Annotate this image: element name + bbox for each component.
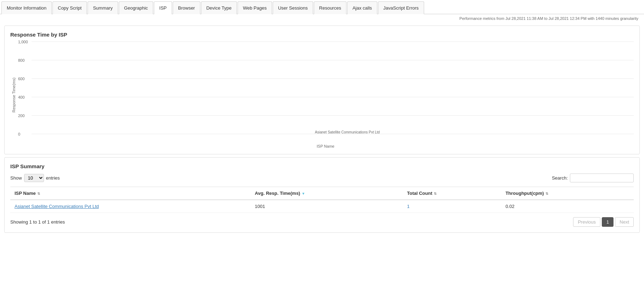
bar-group: Asianet Satellite Communications Pvt Ltd bbox=[322, 129, 343, 134]
y-tick-label: 800 bbox=[18, 58, 24, 62]
tab-summary[interactable]: Summary bbox=[88, 1, 118, 14]
chart-section: Response Time by ISP Response Time(ms) 1… bbox=[4, 26, 640, 154]
tab-isp[interactable]: ISP bbox=[154, 1, 172, 14]
table-row: Asianet Satellite Communications Pvt Ltd… bbox=[10, 200, 634, 213]
search-input[interactable] bbox=[570, 174, 634, 182]
tab-resources[interactable]: Resources bbox=[314, 1, 346, 14]
tab-bar: Monitor InformationCopy ScriptSummaryGeo… bbox=[0, 0, 644, 14]
y-tick-label: 600 bbox=[18, 77, 24, 81]
bar-label: Asianet Satellite Communications Pvt Ltd bbox=[315, 130, 350, 134]
sort-icon-isp-name: ⇅ bbox=[37, 192, 40, 196]
tab-browser[interactable]: Browser bbox=[173, 1, 200, 14]
sort-icon-total-count: ⇅ bbox=[434, 192, 437, 196]
x-axis-label: ISP Name bbox=[317, 144, 334, 148]
y-tick-label: 200 bbox=[18, 114, 24, 118]
avg-resp-time-cell: 1001 bbox=[251, 200, 403, 213]
sort-icon-avg-resp-time: ▼ bbox=[301, 192, 305, 196]
tab-device-type[interactable]: Device Type bbox=[201, 1, 237, 14]
table-controls: Show 102550100 entries Search: bbox=[10, 174, 634, 182]
y-tick-label: 0 bbox=[18, 132, 20, 136]
y-tick-label: 400 bbox=[18, 95, 24, 99]
search-label: Search: bbox=[552, 175, 568, 181]
isp-name-cell[interactable]: Asianet Satellite Communications Pvt Ltd bbox=[10, 200, 251, 213]
y-tick-label: 1,000 bbox=[18, 40, 28, 44]
tab-user-sessions[interactable]: User Sessions bbox=[273, 1, 313, 14]
throughput-cell: 0.02 bbox=[501, 200, 634, 213]
bars-area: Asianet Satellite Communications Pvt Ltd bbox=[32, 42, 634, 134]
tab-ajax-calls[interactable]: Ajax calls bbox=[347, 1, 377, 14]
show-label: Show bbox=[10, 175, 22, 181]
chart-title: Response Time by ISP bbox=[10, 32, 634, 38]
next-button[interactable]: Next bbox=[615, 217, 634, 227]
table-title: ISP Summary bbox=[10, 163, 634, 169]
sort-icon-throughput: ⇅ bbox=[545, 192, 548, 196]
total-count-cell: 1 bbox=[403, 200, 501, 213]
tab-javascript-errors[interactable]: JavaScript Errors bbox=[378, 1, 424, 14]
metrics-info: Performance metrics from Jul 28,2021 11:… bbox=[0, 14, 644, 23]
tab-monitor-information[interactable]: Monitor Information bbox=[1, 1, 52, 14]
th-isp-name[interactable]: ISP Name ⇅ bbox=[10, 187, 251, 200]
footer-text: Showing 1 to 1 of 1 entries bbox=[10, 219, 65, 225]
chart-container: Response Time(ms) 1,0008006004002000 Asi… bbox=[10, 42, 634, 148]
tab-geographic[interactable]: Geographic bbox=[119, 1, 153, 14]
chart-inner: 1,0008006004002000 Asianet Satellite Com… bbox=[17, 42, 634, 148]
page-1-button[interactable]: 1 bbox=[602, 217, 614, 227]
isp-table: ISP Name ⇅Avg. Resp. Time(ms) ▼Total Cou… bbox=[10, 187, 634, 213]
table-body: Asianet Satellite Communications Pvt Ltd… bbox=[10, 200, 634, 213]
entries-label: entries bbox=[46, 175, 60, 181]
table-footer: Showing 1 to 1 of 1 entries Previous 1 N… bbox=[10, 217, 634, 227]
th-throughput[interactable]: Throughput(cpm) ⇅ bbox=[501, 187, 634, 200]
search-box: Search: bbox=[552, 174, 634, 182]
entries-select[interactable]: 102550100 bbox=[24, 174, 44, 182]
tab-web-pages[interactable]: Web Pages bbox=[238, 1, 272, 14]
th-total-count[interactable]: Total Count ⇅ bbox=[403, 187, 501, 200]
show-entries: Show 102550100 entries bbox=[10, 174, 60, 182]
table-section: ISP Summary Show 102550100 entries Searc… bbox=[4, 157, 640, 233]
tab-copy-script[interactable]: Copy Script bbox=[52, 1, 87, 14]
pagination: Previous 1 Next bbox=[573, 217, 634, 227]
previous-button[interactable]: Previous bbox=[573, 217, 600, 227]
y-axis-label: Response Time(ms) bbox=[10, 42, 17, 148]
th-avg-resp-time[interactable]: Avg. Resp. Time(ms) ▼ bbox=[251, 187, 403, 200]
table-header-row: ISP Name ⇅Avg. Resp. Time(ms) ▼Total Cou… bbox=[10, 187, 634, 200]
